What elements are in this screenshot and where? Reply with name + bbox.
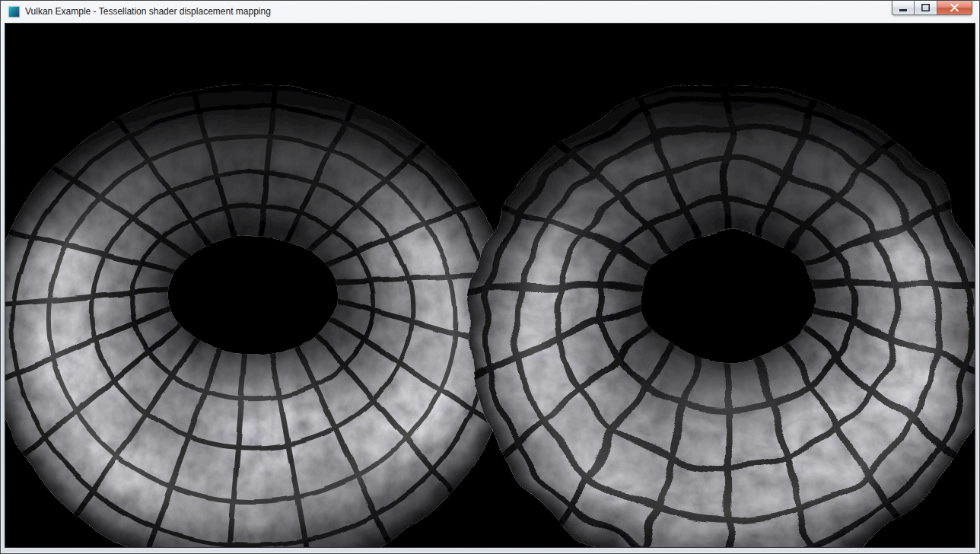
close-icon — [950, 4, 959, 11]
app-window: Vulkan Example - Tessellation shader dis… — [0, 0, 980, 554]
scene-canvas — [5, 24, 975, 547]
window-title: Vulkan Example - Tessellation shader dis… — [25, 1, 271, 23]
render-viewport[interactable] — [5, 23, 975, 548]
minimize-icon — [899, 4, 907, 11]
window-controls — [892, 1, 972, 15]
maximize-button[interactable] — [915, 1, 937, 15]
titlebar[interactable]: Vulkan Example - Tessellation shader dis… — [1, 1, 979, 23]
close-button[interactable] — [937, 1, 972, 15]
app-icon — [8, 6, 20, 18]
minimize-button[interactable] — [892, 1, 915, 15]
maximize-icon — [921, 4, 930, 11]
